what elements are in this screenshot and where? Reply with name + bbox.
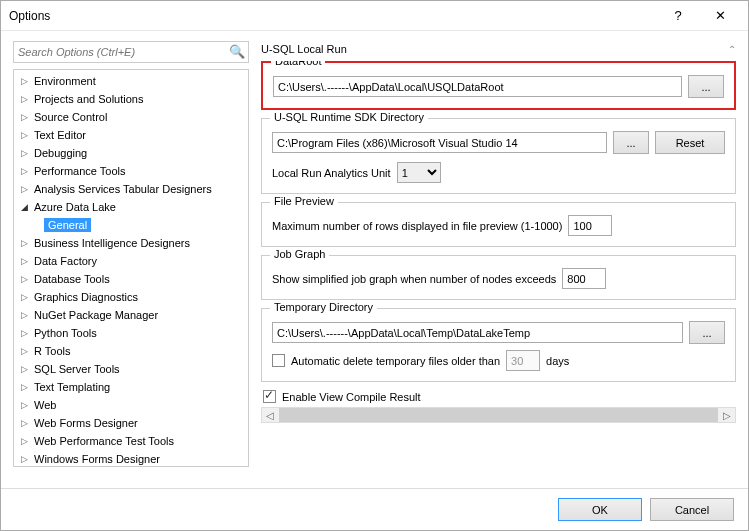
tree-item[interactable]: ▷Data Factory — [14, 252, 248, 270]
dataroot-group: DataRoot ... — [261, 61, 736, 110]
jobgraph-group: Job Graph Show simplified job graph when… — [261, 255, 736, 300]
tree-item-label: NuGet Package Manager — [30, 308, 162, 322]
group-title-filepreview: File Preview — [270, 195, 338, 207]
scroll-left-icon[interactable]: ◁ — [262, 410, 278, 421]
tree-item-label: Web Performance Test Tools — [30, 434, 178, 448]
scroll-thumb[interactable] — [279, 408, 718, 422]
chevron-right-icon[interactable]: ▷ — [18, 382, 30, 392]
tempdir-autodelete-label2: days — [546, 355, 569, 367]
tree-item[interactable]: ▷Text Templating — [14, 378, 248, 396]
chevron-right-icon[interactable]: ▷ — [18, 310, 30, 320]
tree-item[interactable]: ▷Text Editor — [14, 126, 248, 144]
enable-compile-label: Enable View Compile Result — [282, 391, 421, 403]
chevron-right-icon[interactable]: ▷ — [18, 148, 30, 158]
tempdir-autodelete-checkbox[interactable] — [272, 354, 285, 367]
tree-item[interactable]: ▷NuGet Package Manager — [14, 306, 248, 324]
tree-item[interactable]: ▷Debugging — [14, 144, 248, 162]
tree-item-label: Text Editor — [30, 128, 90, 142]
tree-item-label: General — [44, 218, 91, 232]
chevron-right-icon[interactable]: ▷ — [18, 436, 30, 446]
tree-item-label: Debugging — [30, 146, 91, 160]
enable-compile-checkbox[interactable] — [263, 390, 276, 403]
tree-item-label: Web — [30, 398, 60, 412]
runtime-group: U-SQL Runtime SDK Directory ... Reset Lo… — [261, 118, 736, 194]
tree-item[interactable]: ▷Business Intelligence Designers — [14, 234, 248, 252]
close-button[interactable]: ✕ — [700, 2, 740, 30]
chevron-right-icon[interactable]: ▷ — [18, 94, 30, 104]
chevron-right-icon[interactable]: ▷ — [18, 454, 30, 464]
tree-item-label: Azure Data Lake — [30, 200, 120, 214]
ok-button[interactable]: OK — [558, 498, 642, 521]
dataroot-input[interactable] — [273, 76, 682, 97]
chevron-right-icon[interactable]: ▷ — [18, 76, 30, 86]
tempdir-autodelete-label1: Automatic delete temporary files older t… — [291, 355, 500, 367]
chevron-right-icon[interactable]: ▷ — [18, 346, 30, 356]
tempdir-browse-button[interactable]: ... — [689, 321, 725, 344]
section-title: U-SQL Local Run — [261, 43, 347, 55]
window-title: Options — [9, 9, 658, 23]
titlebar: Options ? ✕ — [1, 1, 748, 31]
tree-item[interactable]: ▷R Tools — [14, 342, 248, 360]
chevron-right-icon[interactable]: ▷ — [18, 130, 30, 140]
search-input[interactable] — [13, 41, 249, 63]
chevron-right-icon[interactable]: ▷ — [18, 400, 30, 410]
cancel-button[interactable]: Cancel — [650, 498, 734, 521]
chevron-right-icon[interactable]: ▷ — [18, 166, 30, 176]
chevron-down-icon[interactable]: ◢ — [18, 202, 30, 212]
tempdir-group: Temporary Directory ... Automatic delete… — [261, 308, 736, 382]
tree-item[interactable]: General — [14, 216, 248, 234]
tree-item[interactable]: ▷Environment — [14, 72, 248, 90]
tempdir-input[interactable] — [272, 322, 683, 343]
tree-item[interactable]: ▷Web Forms Designer — [14, 414, 248, 432]
collapse-icon[interactable]: ⌃ — [728, 44, 736, 55]
group-title-dataroot: DataRoot — [271, 61, 325, 67]
options-tree[interactable]: ▷Environment▷Projects and Solutions▷Sour… — [13, 69, 249, 467]
jobgraph-label: Show simplified job graph when number of… — [272, 273, 556, 285]
tree-item-label: Performance Tools — [30, 164, 130, 178]
tree-item[interactable]: ▷Web Performance Test Tools — [14, 432, 248, 450]
tree-item[interactable]: ▷Performance Tools — [14, 162, 248, 180]
tree-item[interactable]: ▷Database Tools — [14, 270, 248, 288]
chevron-right-icon[interactable]: ▷ — [18, 238, 30, 248]
tree-item[interactable]: ▷Windows Forms Designer — [14, 450, 248, 467]
tree-item[interactable]: ▷Python Tools — [14, 324, 248, 342]
tree-item[interactable]: ▷Source Control — [14, 108, 248, 126]
horizontal-scrollbar[interactable]: ◁ ▷ — [261, 407, 736, 423]
chevron-right-icon[interactable]: ▷ — [18, 274, 30, 284]
runtime-reset-button[interactable]: Reset — [655, 131, 725, 154]
tree-item-label: SQL Server Tools — [30, 362, 124, 376]
help-button[interactable]: ? — [658, 2, 698, 30]
tree-item-label: Source Control — [30, 110, 111, 124]
group-title-runtime: U-SQL Runtime SDK Directory — [270, 111, 428, 123]
chevron-right-icon[interactable]: ▷ — [18, 364, 30, 374]
chevron-right-icon[interactable]: ▷ — [18, 328, 30, 338]
tempdir-days-input — [506, 350, 540, 371]
filepreview-input[interactable] — [568, 215, 612, 236]
jobgraph-input[interactable] — [562, 268, 606, 289]
chevron-right-icon[interactable]: ▷ — [18, 292, 30, 302]
tree-item-label: Text Templating — [30, 380, 114, 394]
chevron-right-icon[interactable]: ▷ — [18, 112, 30, 122]
tree-item-label: Business Intelligence Designers — [30, 236, 194, 250]
tree-item-label: Windows Forms Designer — [30, 452, 164, 466]
tree-item[interactable]: ▷Analysis Services Tabular Designers — [14, 180, 248, 198]
tree-item[interactable]: ▷Graphics Diagnostics — [14, 288, 248, 306]
chevron-right-icon[interactable]: ▷ — [18, 418, 30, 428]
tree-item-label: Graphics Diagnostics — [30, 290, 142, 304]
scroll-right-icon[interactable]: ▷ — [719, 410, 735, 421]
chevron-right-icon[interactable]: ▷ — [18, 184, 30, 194]
tree-item-label: Python Tools — [30, 326, 101, 340]
tree-item-label: Projects and Solutions — [30, 92, 147, 106]
tree-item[interactable]: ▷Web — [14, 396, 248, 414]
tree-item[interactable]: ▷SQL Server Tools — [14, 360, 248, 378]
dataroot-browse-button[interactable]: ... — [688, 75, 724, 98]
tree-item[interactable]: ▷Projects and Solutions — [14, 90, 248, 108]
chevron-right-icon[interactable]: ▷ — [18, 256, 30, 266]
tree-item-label: Web Forms Designer — [30, 416, 142, 430]
tree-item[interactable]: ◢Azure Data Lake — [14, 198, 248, 216]
runtime-browse-button[interactable]: ... — [613, 131, 649, 154]
group-title-jobgraph: Job Graph — [270, 248, 329, 260]
search-icon[interactable]: 🔍 — [229, 44, 245, 59]
analytics-unit-select[interactable]: 1 — [397, 162, 441, 183]
runtime-input[interactable] — [272, 132, 607, 153]
